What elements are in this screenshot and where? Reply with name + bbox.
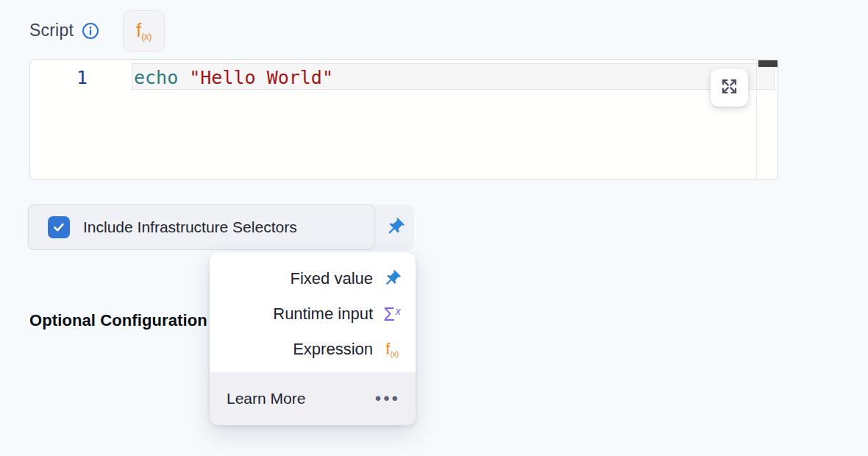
script-field-header: Script f(x) xyxy=(29,10,165,51)
menu-footer-learn-more[interactable]: Learn More ••• xyxy=(210,372,416,425)
menu-item-label: Fixed value xyxy=(290,269,373,288)
value-type-menu: Fixed value Runtime input Σx Expression … xyxy=(210,252,416,425)
value-type-selector-button[interactable] xyxy=(375,204,414,250)
learn-more-label: Learn More xyxy=(227,390,305,407)
pin-icon xyxy=(385,217,405,238)
info-icon[interactable] xyxy=(82,22,99,40)
editor-scrollbar-thumb[interactable] xyxy=(758,60,778,67)
expand-editor-button[interactable] xyxy=(711,69,748,107)
pin-icon xyxy=(380,269,404,288)
fx-icon: f(x) xyxy=(380,341,404,358)
script-code-editor[interactable]: 1 echo "Hello World" xyxy=(29,59,778,180)
line-number: 1 xyxy=(30,65,132,90)
fx-icon: f(x) xyxy=(136,21,152,41)
menu-item-runtime-input[interactable]: Runtime input Σx xyxy=(210,296,416,332)
checkmark-icon xyxy=(51,220,66,235)
code-string: "Hello World" xyxy=(178,67,333,88)
code-line: echo "Hello World" xyxy=(134,65,333,90)
infrastructure-selectors-label: Include Infrastructure Selectors xyxy=(83,218,297,236)
menu-item-label: Expression xyxy=(293,340,373,359)
sigma-icon: Σx xyxy=(380,305,404,324)
ellipsis-icon: ••• xyxy=(375,390,400,407)
expression-toggle-button[interactable]: f(x) xyxy=(123,10,165,51)
value-type-menu-items: Fixed value Runtime input Σx Expression … xyxy=(210,252,416,367)
editor-scrollbar-track xyxy=(756,60,757,179)
menu-item-fixed-value[interactable]: Fixed value xyxy=(210,261,416,296)
infrastructure-selectors-checkbox[interactable] xyxy=(48,216,70,238)
script-field-label: Script xyxy=(29,21,74,40)
menu-item-label: Runtime input xyxy=(273,304,373,324)
infrastructure-selectors-field: Include Infrastructure Selectors xyxy=(28,204,375,250)
expand-icon xyxy=(719,76,739,99)
infrastructure-selectors-row[interactable]: Include Infrastructure Selectors xyxy=(28,204,414,250)
optional-configuration-heading: Optional Configuration xyxy=(29,311,207,330)
code-keyword: echo xyxy=(134,67,178,88)
menu-item-expression[interactable]: Expression f(x) xyxy=(210,332,416,367)
